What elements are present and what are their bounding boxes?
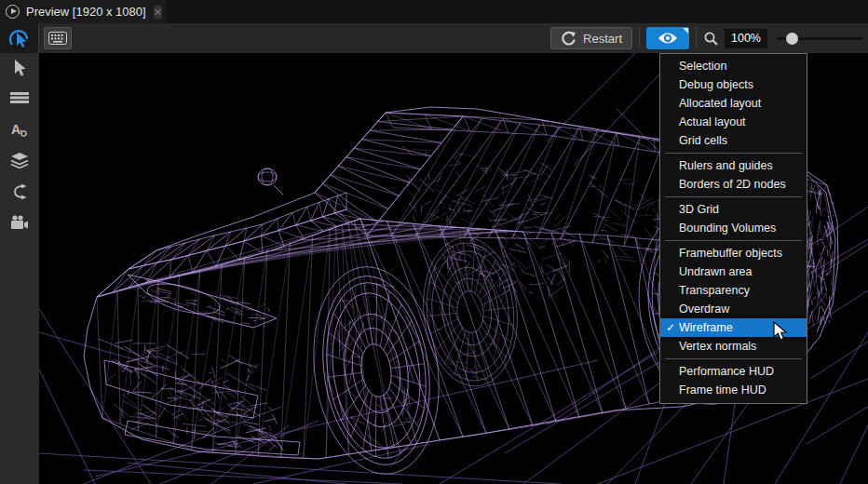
menu-item-borders-of-2d-nodes[interactable]: Borders of 2D nodes (660, 175, 807, 194)
pointer-tool[interactable] (0, 53, 39, 84)
menu-item-grid-cells[interactable]: Grid cells (660, 131, 807, 150)
camera-icon (10, 215, 29, 230)
zoom-slider[interactable] (777, 27, 862, 49)
menu-separator (665, 196, 802, 197)
menu-item-performance-hud[interactable]: Performance HUD (660, 362, 807, 381)
layers-icon (10, 153, 29, 168)
menu-item-overdraw[interactable]: Overdraw (660, 300, 807, 318)
text-tool[interactable]: A (0, 114, 39, 145)
play-icon (6, 5, 20, 19)
camera-tool[interactable] (0, 207, 39, 237)
zoom-value[interactable]: 100% (725, 29, 767, 48)
menu-item-undrawn-area[interactable]: Undrawn area (660, 262, 807, 281)
layers-tool[interactable] (0, 145, 39, 176)
restart-icon (561, 31, 576, 47)
keyboard-button[interactable] (44, 27, 72, 49)
close-icon[interactable]: ✕ (154, 6, 162, 19)
menu-item-allocated-layout[interactable]: Allocated layout (660, 94, 807, 113)
check-icon: ✓ (664, 318, 677, 337)
tab-preview[interactable]: Preview [1920 x 1080] ✕ (0, 0, 166, 23)
menu-item-transparency[interactable]: Transparency (660, 281, 807, 300)
menu-item-selection[interactable]: Selection (660, 57, 807, 75)
separator (696, 27, 697, 49)
magnifier-icon (703, 31, 719, 47)
table-view-tool[interactable] (0, 84, 39, 114)
zoom-slider-thumb[interactable] (786, 33, 798, 45)
debug-view-button[interactable] (646, 27, 689, 49)
menu-item-debug-objects[interactable]: Debug objects (660, 75, 807, 94)
menu-separator (665, 153, 802, 154)
menu-separator (665, 358, 802, 359)
menu-item-bounding-volumes[interactable]: Bounding Volumes (660, 219, 807, 237)
pointer-icon (12, 60, 28, 77)
menu-item-framebuffer-objects[interactable]: Framebuffer objects (660, 244, 807, 262)
preview-viewport[interactable]: Selection Debug objects Allocated layout… (39, 53, 868, 484)
menu-separator (665, 240, 802, 241)
keyboard-icon (48, 32, 67, 45)
text-node-icon: A (10, 122, 29, 139)
menu-item-frame-time-hud[interactable]: Frame time HUD (660, 381, 807, 399)
tab-title: Preview [1920 x 1080] (26, 5, 146, 19)
tab-bar: Preview [1920 x 1080] ✕ (0, 0, 868, 23)
dropdown-corner-icon (683, 28, 688, 34)
eye-icon (657, 31, 679, 46)
pick-tool-active[interactable] (0, 23, 39, 53)
tool-sidebar: A (0, 53, 39, 484)
separator (639, 27, 640, 49)
pick-cursor-icon (8, 27, 31, 49)
app-window: Preview [1920 x 1080] ✕ (0, 0, 868, 484)
menu-item-3d-grid[interactable]: 3D Grid (660, 200, 807, 219)
debug-view-menu: Selection Debug objects Allocated layout… (659, 53, 807, 404)
connections-tool[interactable] (0, 176, 39, 207)
toolbar: Restart 100% (0, 23, 868, 53)
menu-item-rulers-and-guides[interactable]: Rulers and guides (660, 156, 807, 175)
mouse-cursor-icon (773, 321, 790, 342)
restart-label: Restart (583, 32, 622, 46)
restart-button[interactable]: Restart (550, 27, 632, 49)
menu-item-actual-layout[interactable]: Actual layout (660, 113, 807, 131)
svg-text:A: A (11, 122, 20, 137)
table-icon (10, 92, 29, 106)
connections-icon (11, 183, 28, 200)
